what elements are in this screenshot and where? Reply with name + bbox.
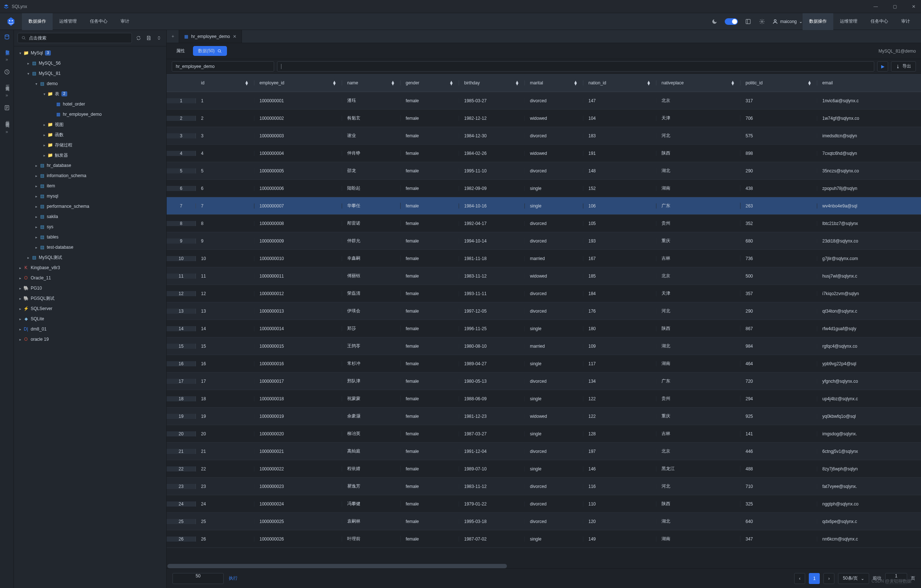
search-input[interactable]: 点击搜索	[18, 33, 132, 43]
expand-arrow-icon[interactable]: ▸	[34, 164, 39, 167]
data-cell[interactable]: 高灿庭	[342, 448, 400, 454]
table-row[interactable]: 771000000007华攀任female1984-10-16single106…	[167, 197, 921, 215]
table-row[interactable]: 111000000001潘珏female1985-03-27divorced14…	[167, 92, 921, 110]
data-cell[interactable]: 湖南	[656, 361, 740, 367]
data-cell[interactable]: 1987-03-27	[459, 431, 525, 437]
data-cell[interactable]: 邢队津	[342, 378, 400, 384]
data-cell[interactable]: 191	[583, 151, 656, 156]
data-cell[interactable]: widowed	[525, 116, 583, 121]
data-cell[interactable]: widowed	[525, 274, 583, 279]
expand-arrow-icon[interactable]: ▾	[26, 71, 31, 76]
data-cell[interactable]: 122	[583, 414, 656, 419]
data-cell[interactable]: 290	[740, 168, 817, 174]
data-cell[interactable]: 867	[740, 326, 817, 331]
data-cell[interactable]: 袁嗣林	[342, 518, 400, 525]
data-cell[interactable]: 104	[583, 116, 656, 121]
data-cell[interactable]: 傅丽钰	[342, 273, 400, 279]
data-cell[interactable]: 26	[196, 536, 254, 542]
expand-arrow-icon[interactable]: ▸	[34, 194, 39, 198]
expand-arrow-icon[interactable]: ▸	[18, 276, 23, 280]
data-cell[interactable]: 柳冶英	[342, 430, 400, 437]
data-cell[interactable]: 1nvic6ai@sqlynx.c	[817, 98, 921, 103]
data-cell[interactable]: 117	[583, 361, 656, 366]
data-cell[interactable]: 1000000014	[254, 326, 342, 331]
rail-icon[interactable]	[4, 104, 10, 111]
column-header[interactable]: email▲▼	[817, 80, 921, 86]
theme-toggle[interactable]	[725, 18, 738, 25]
data-cell[interactable]: married	[525, 256, 583, 261]
data-cell[interactable]: 14	[196, 326, 254, 331]
data-cell[interactable]: 天津	[656, 290, 740, 297]
expand-arrow-icon[interactable]: ▸	[18, 266, 23, 270]
tree-node[interactable]: ▸📁视图	[14, 119, 166, 130]
new-tab-button[interactable]: ＋	[167, 30, 179, 43]
tree-node[interactable]: ▸▤mysql	[14, 191, 166, 201]
table-row[interactable]: 551000000005邵龙female1995-11-10divorced14…	[167, 162, 921, 180]
column-header[interactable]: gender▲▼	[400, 80, 459, 86]
per-page-select[interactable]: 50条/页 ⌄	[838, 573, 869, 584]
tree-node[interactable]: ▸▤information_schema	[14, 171, 166, 181]
tree-node[interactable]: ▸▤hr_database	[14, 160, 166, 171]
table-row[interactable]: 13131000000013伊瑛会female1997-12-05divorce…	[167, 302, 921, 320]
horizontal-scrollbar[interactable]	[168, 564, 507, 568]
close-tab-icon[interactable]: ✕	[233, 34, 236, 39]
tree-node[interactable]: ▸OOracle_11	[14, 273, 166, 283]
menu-item[interactable]: 任务中心	[864, 13, 895, 30]
menu-item[interactable]: 数据操作	[802, 13, 833, 30]
data-cell[interactable]: 1000000025	[254, 519, 342, 524]
data-cell[interactable]: 湖北	[656, 343, 740, 349]
editor-tab[interactable]: ▦ hr_employee_demo ✕	[179, 30, 242, 43]
data-cell[interactable]: 446	[740, 449, 817, 454]
data-cell[interactable]: 1983-11-12	[459, 484, 525, 489]
data-cell[interactable]: 1000000003	[254, 133, 342, 138]
data-cell[interactable]: 10	[196, 256, 254, 261]
rail-label[interactable]: 历史查询	[4, 82, 10, 85]
layout-icon[interactable]	[744, 18, 752, 25]
data-cell[interactable]: 193	[583, 239, 656, 244]
data-cell[interactable]: 1995-11-10	[459, 168, 525, 174]
data-cell[interactable]: 陕西	[656, 325, 740, 331]
data-cell[interactable]: 1000000022	[254, 466, 342, 471]
data-cell[interactable]: 1000000001	[254, 98, 342, 103]
prev-page-button[interactable]: ‹	[794, 573, 805, 584]
data-cell[interactable]: 1983-11-12	[459, 274, 525, 279]
menu-item[interactable]: 运维管理	[833, 13, 864, 30]
data-cell[interactable]: 105	[583, 221, 656, 226]
data-cell[interactable]: 吉林	[656, 430, 740, 437]
data-cell[interactable]: 河北	[656, 308, 740, 314]
data-cell[interactable]: 陆盼起	[342, 185, 400, 192]
data-cell[interactable]: 1988-06-09	[459, 396, 525, 401]
table-name-input[interactable]: hr_employee_demo	[172, 61, 274, 71]
data-cell[interactable]: 伊瑛会	[342, 308, 400, 314]
data-cell[interactable]: 1991-12-04	[459, 449, 525, 454]
data-cell[interactable]: female	[400, 133, 459, 138]
data-cell[interactable]: divorced	[525, 379, 583, 384]
data-cell[interactable]: 4	[196, 151, 254, 156]
data-cell[interactable]: 23di18@sqlynx.co	[817, 239, 921, 244]
data-cell[interactable]: divorced	[525, 502, 583, 507]
data-cell[interactable]: single	[525, 203, 583, 208]
data-cell[interactable]: single	[525, 326, 583, 331]
data-cell[interactable]: 瞿逸芳	[342, 483, 400, 489]
data-cell[interactable]: female	[400, 449, 459, 454]
data-cell[interactable]: 余豪灏	[342, 413, 400, 419]
jump-page-input[interactable]: 1	[885, 573, 907, 584]
data-cell[interactable]: female	[400, 466, 459, 471]
data-cell[interactable]: 109	[583, 344, 656, 349]
data-cell[interactable]: 1000000026	[254, 536, 342, 542]
data-cell[interactable]: female	[400, 344, 459, 349]
data-cell[interactable]: husj7wl@sqlynx.c	[817, 274, 921, 279]
data-cell[interactable]: 17	[196, 379, 254, 384]
data-cell[interactable]: 110	[583, 502, 656, 507]
data-cell[interactable]: 谢业	[342, 133, 400, 139]
data-cell[interactable]: 25	[196, 519, 254, 524]
data-cell[interactable]: 352	[740, 221, 817, 226]
data-cell[interactable]: 134	[583, 379, 656, 384]
data-cell[interactable]: 141	[740, 431, 817, 437]
tree-node[interactable]: ▦hotel_order	[14, 99, 166, 109]
data-cell[interactable]: 1997-12-05	[459, 309, 525, 314]
data-cell[interactable]: 1987-07-02	[459, 536, 525, 542]
limit-input[interactable]: 50	[172, 573, 224, 584]
data-cell[interactable]: 12	[196, 291, 254, 296]
data-cell[interactable]: 1984-02-26	[459, 151, 525, 156]
